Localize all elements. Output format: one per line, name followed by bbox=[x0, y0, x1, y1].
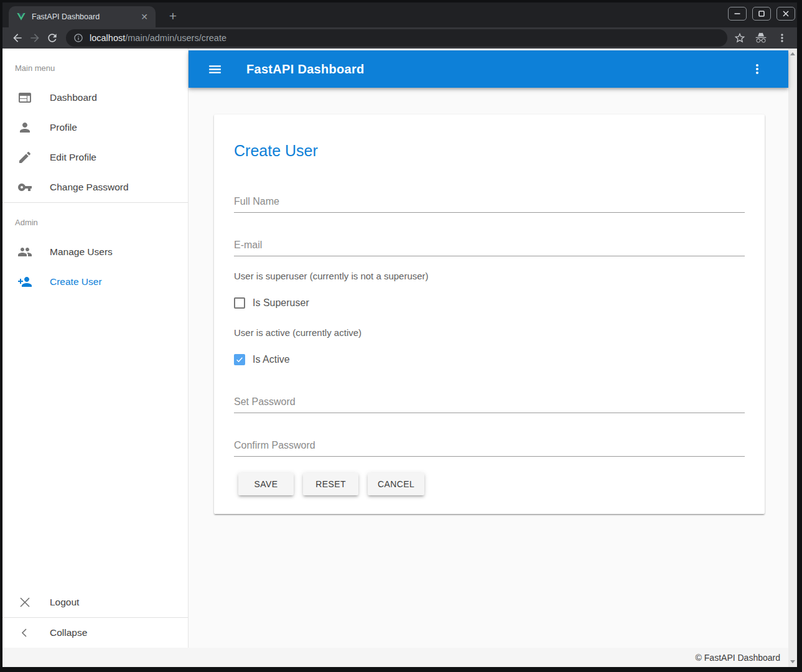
vue-favicon-icon bbox=[16, 12, 26, 22]
url-path: /main/admin/users/create bbox=[125, 33, 226, 43]
person-icon bbox=[17, 120, 32, 135]
back-icon[interactable] bbox=[9, 29, 26, 47]
scrollbar-up-arrow-icon[interactable] bbox=[790, 52, 795, 55]
browser-menu-icon[interactable] bbox=[776, 32, 788, 44]
sidebar-item-label: Change Password bbox=[50, 182, 129, 193]
logout-x-icon bbox=[17, 595, 32, 610]
tab-close-icon[interactable]: ✕ bbox=[138, 11, 151, 22]
is-active-checkbox-row[interactable]: Is Active bbox=[234, 354, 290, 365]
page-content: Create User User is superuser (currently… bbox=[189, 88, 788, 648]
toolbar-right bbox=[734, 32, 791, 44]
maximize-button[interactable] bbox=[752, 7, 771, 21]
set-password-input[interactable] bbox=[234, 396, 745, 413]
checkbox-label: Is Active bbox=[253, 354, 290, 365]
sidebar-item-change-password[interactable]: Change Password bbox=[2, 172, 188, 202]
kebab-menu-icon[interactable] bbox=[746, 58, 768, 80]
pencil-icon bbox=[17, 150, 32, 165]
browser-tab[interactable]: FastAPI Dashboard ✕ bbox=[9, 6, 156, 27]
minimize-button[interactable] bbox=[728, 7, 747, 21]
full-name-field-wrap bbox=[234, 196, 745, 213]
reset-button[interactable]: RESET bbox=[303, 473, 358, 495]
new-tab-button[interactable]: + bbox=[164, 7, 182, 25]
reload-icon[interactable] bbox=[44, 29, 61, 47]
sidebar-item-label: Profile bbox=[50, 122, 77, 133]
save-button[interactable]: SAVE bbox=[238, 473, 294, 495]
sidebar-item-manage-users[interactable]: Manage Users bbox=[2, 237, 188, 267]
active-hint: User is active (currently active) bbox=[234, 327, 745, 338]
is-active-checkbox[interactable] bbox=[234, 354, 245, 365]
main-area: FastAPI Dashboard Create User bbox=[189, 49, 788, 648]
full-name-input[interactable] bbox=[234, 196, 745, 213]
browser-toolbar: localhost/main/admin/users/create bbox=[2, 27, 797, 49]
bookmark-star-icon[interactable] bbox=[734, 32, 746, 44]
sidebar-item-label: Manage Users bbox=[50, 246, 113, 258]
form-actions: SAVE RESET CANCEL bbox=[234, 473, 745, 495]
sidebar-item-dashboard[interactable]: Dashboard bbox=[2, 83, 188, 113]
tab-title: FastAPI Dashboard bbox=[32, 12, 133, 21]
info-icon[interactable] bbox=[73, 33, 83, 43]
sidebar-item-profile[interactable]: Profile bbox=[2, 113, 188, 142]
app-bar: FastAPI Dashboard bbox=[189, 50, 788, 88]
window-controls bbox=[728, 7, 795, 21]
key-icon bbox=[17, 180, 32, 195]
hamburger-menu-icon[interactable] bbox=[203, 58, 226, 80]
sidebar-item-label: Dashboard bbox=[50, 92, 97, 103]
sidebar-item-logout[interactable]: Logout bbox=[2, 587, 188, 617]
sidebar-item-label: Create User bbox=[50, 276, 102, 287]
is-superuser-checkbox[interactable] bbox=[234, 297, 245, 309]
sidebar-item-create-user[interactable]: Create User bbox=[2, 267, 188, 297]
forward-icon[interactable] bbox=[26, 29, 44, 47]
dashboard-icon bbox=[17, 90, 32, 105]
sidebar: Main menu Dashboard Profile bbox=[2, 49, 189, 648]
sidebar-item-label: Edit Profile bbox=[50, 152, 96, 163]
checkmark-icon bbox=[235, 355, 244, 364]
copyright-text: © FastAPI Dashboard bbox=[696, 653, 780, 663]
sidebar-caption-admin: Admin bbox=[2, 203, 188, 237]
confirm-password-field-wrap bbox=[234, 440, 745, 457]
set-password-field-wrap bbox=[234, 396, 745, 413]
scrollbar-down-arrow-icon[interactable] bbox=[790, 660, 795, 663]
page-viewport: Main menu Dashboard Profile bbox=[2, 49, 797, 667]
address-bar[interactable]: localhost/main/admin/users/create bbox=[66, 29, 727, 47]
tab-strip: FastAPI Dashboard ✕ + bbox=[2, 2, 797, 27]
email-input[interactable] bbox=[234, 240, 745, 256]
url-host: localhost bbox=[90, 33, 125, 43]
appbar-title: FastAPI Dashboard bbox=[246, 62, 365, 77]
sidebar-item-label: Collapse bbox=[50, 627, 87, 638]
is-superuser-checkbox-row[interactable]: Is Superuser bbox=[234, 297, 309, 309]
close-window-button[interactable] bbox=[776, 7, 795, 21]
confirm-password-input[interactable] bbox=[234, 440, 745, 457]
sidebar-item-edit-profile[interactable]: Edit Profile bbox=[2, 142, 188, 172]
chevron-left-icon bbox=[17, 625, 32, 640]
cancel-button[interactable]: CANCEL bbox=[368, 473, 424, 495]
superuser-hint: User is superuser (currently is not a su… bbox=[234, 271, 745, 281]
people-icon bbox=[17, 245, 32, 259]
page-title: Create User bbox=[234, 142, 745, 159]
sidebar-caption-main-menu: Main menu bbox=[2, 49, 188, 83]
person-add-icon bbox=[17, 274, 32, 289]
email-field-wrap bbox=[234, 240, 745, 256]
create-user-card: Create User User is superuser (currently… bbox=[214, 114, 765, 514]
checkbox-label: Is Superuser bbox=[253, 297, 309, 309]
incognito-icon bbox=[755, 32, 767, 44]
vertical-scrollbar[interactable] bbox=[788, 49, 797, 667]
page-footer: © FastAPI Dashboard bbox=[2, 648, 788, 667]
sidebar-item-collapse[interactable]: Collapse bbox=[2, 618, 188, 648]
sidebar-item-label: Logout bbox=[50, 597, 79, 608]
browser-window: FastAPI Dashboard ✕ + localho bbox=[0, 0, 802, 672]
